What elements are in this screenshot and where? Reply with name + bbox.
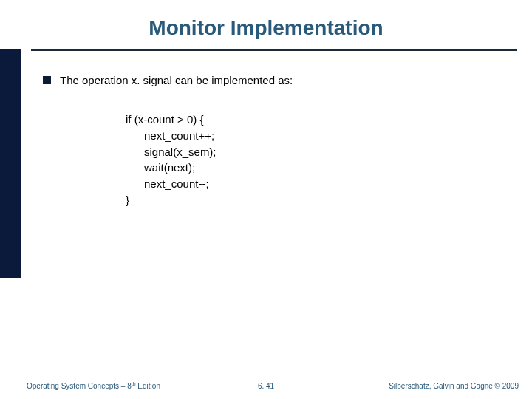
title-underline [31,49,517,51]
code-line-5: next_count--; [126,177,209,190]
code-line-6: } [126,194,129,206]
bullet-text: The operation x. signal can be implement… [60,74,293,86]
bullet-op: x. signal [132,74,172,86]
bullet-item: The operation x. signal can be implement… [43,74,510,86]
left-decor-bar [0,49,21,278]
code-line-2: next_count++; [126,129,214,142]
footer-right: Silberschatz, Galvin and Gagne © 2009 [389,382,519,390]
code-block: if (x-count > 0) { next_count++; signal(… [126,112,510,208]
code-line-3: signal(x_sem); [126,146,216,158]
footer: Operating System Concepts – 8th Edition … [0,377,532,390]
code-line-4: wait(next); [126,161,195,174]
bullet-pre: The operation [60,74,132,86]
bullet-post: can be implemented as: [172,74,293,86]
square-bullet-icon [43,76,51,84]
content-area: The operation x. signal can be implement… [43,74,510,208]
code-line-1: if (x-count > 0) { [126,113,203,126]
slide-title: Monitor Implementation [0,16,532,40]
